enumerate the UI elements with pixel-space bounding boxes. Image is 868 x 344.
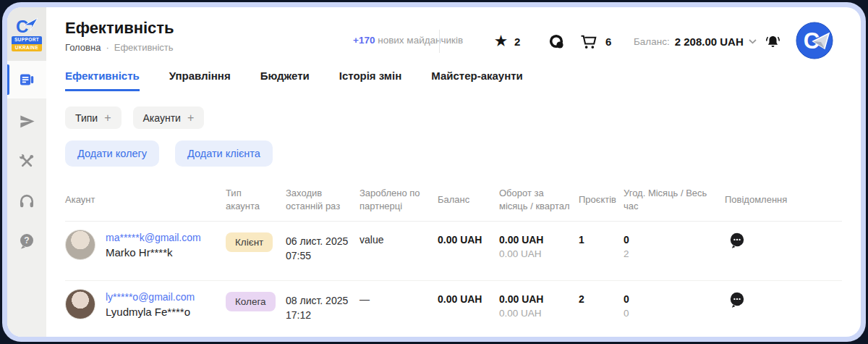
tab-management[interactable]: Управління [169,70,231,91]
deals-all-time: 2 [624,248,718,259]
deals-cell: 0 0 [624,281,725,319]
account-type-badge: Колега [226,292,276,311]
message-bubble-icon[interactable] [728,231,746,250]
help-bubble-icon: ? [18,232,35,250]
support-ukraine-badge: SUPPORT UKRAINE [12,36,42,51]
last-visit-time: 07:55 [286,248,352,263]
tools-icon [18,153,35,170]
favorites-stat[interactable]: ★ 2 [495,33,520,49]
notification-bell-icon [765,33,781,50]
account-name: Lyudmyla Fe****o [106,306,195,318]
plus-icon: + [187,112,194,125]
notifications-button[interactable] [764,33,781,50]
deals-cell: 0 2 [624,222,725,259]
add-colleague-button[interactable]: Додати колегу [65,140,159,167]
tab-budgets[interactable]: Бюджети [260,70,310,91]
projects-cell: 1 [579,222,624,246]
messages-cell [725,222,842,252]
plus-icon: + [104,112,111,125]
main-area: Ефективність Головна · Ефективність +170… [46,7,861,337]
breadcrumb-home[interactable]: Головна [65,42,101,53]
partner-earned-cell: — [359,281,438,305]
col-account-type: Тип акаунта [226,187,286,212]
filter-accounts[interactable]: Акаунти + [133,106,205,129]
action-bar: Додати колегу Додати клієнта [65,140,861,167]
balance-cell: 0.00 UAH [438,222,499,246]
filter-types[interactable]: Типи + [65,106,122,129]
col-account: Акаунт [65,193,226,206]
sidebar-logo[interactable]: C SUPPORT UKRAINE [7,7,46,61]
chat-icon [548,33,565,50]
add-client-button[interactable]: Додати клієнта [175,140,273,167]
col-turnover: Оборот за місяць / квартал [499,187,579,212]
filter-bar: Типи + Акаунти + [65,106,861,129]
svg-text:C: C [16,17,28,35]
cart-icon [580,33,598,50]
col-balance: Баланс [438,193,499,206]
topbar: Ефективність Головна · Ефективність +170… [46,7,861,65]
deals-month: 0 [624,234,718,246]
sidebar: C SUPPORT UKRAINE [7,7,46,337]
active-indicator [7,64,9,95]
last-visit-cell: 08 лист. 2025 17:12 [286,281,359,323]
sidebar-item-help[interactable]: ? [18,232,35,250]
tab-change-history[interactable]: Історія змін [339,70,401,91]
app-logo[interactable]: C [796,22,833,59]
svg-text:?: ? [24,235,29,246]
col-messages: Повідомлення [725,193,842,206]
sidebar-item-feed[interactable] [7,61,46,98]
ukraine-label: UKRAINE [12,44,42,51]
tab-efficiency[interactable]: Ефективність [65,70,140,91]
support-label: SUPPORT [12,36,42,43]
breadcrumb: Головна · Ефективність [65,42,174,53]
news-feed-icon [18,71,35,88]
turnover-cell: 0.00 UAH 0.00 UAH [499,281,579,319]
avatar[interactable] [65,230,95,260]
cart-stat[interactable]: 6 [580,33,611,50]
new-platforms-count: +170 [353,35,375,46]
col-deals: Угод. Місяць / Весь час [624,187,725,212]
table-header: Акаунт Тип акаунта Заходив останній раз … [65,187,842,222]
page-title: Ефективність [65,19,174,38]
new-platforms-label: нових майданчиків [378,35,463,46]
last-visit-date: 08 лист. 2025 [286,293,352,308]
table-row: ly*****o@gmail.com Lyudmyla Fe****o Коле… [65,281,842,337]
sidebar-item-tools[interactable] [18,153,35,170]
brand-logo-icon: C [14,17,39,35]
new-platforms-link[interactable]: +170 нових майданчиків [353,35,463,46]
table-row: ma*****k@gmail.com Marko Hr****k Клієнт … [65,222,842,281]
star-icon: ★ [495,33,507,49]
balance-value: 2 208.00 UAH [675,35,744,48]
send-icon [19,114,35,130]
last-visit-date: 06 лист. 2025 [286,234,352,248]
turnover-month: 0.00 UAH [499,234,571,246]
account-type-badge: Клієнт [226,232,273,252]
sidebar-item-send[interactable] [18,113,35,130]
app-card: C SUPPORT UKRAINE [7,7,861,337]
account-email[interactable]: ly*****o@gmail.com [106,291,195,303]
col-partner-earned: Зароблено по партнерці [359,187,438,212]
message-bubble-icon[interactable] [728,290,746,309]
tab-master-accounts[interactable]: Майстер-акаунти [431,70,523,91]
balance-label: Баланс: [634,36,670,47]
balance-dropdown[interactable]: Баланс: 2 208.00 UAH [634,35,757,48]
col-projects: Проєктів [579,193,624,206]
deals-all-time: 0 [624,308,718,319]
avatar[interactable] [65,289,95,319]
chat-stat[interactable] [548,33,565,50]
accounts-table: Акаунт Тип акаунта Заходив останній раз … [65,187,842,337]
breadcrumb-separator: · [106,42,109,53]
last-visit-cell: 06 лист. 2025 07:55 [286,222,359,264]
favorites-count: 2 [514,35,520,48]
app-logo-icon: C [796,22,833,59]
deals-month: 0 [624,293,718,305]
turnover-quarter: 0.00 UAH [499,308,571,319]
partner-earned-cell: value [359,222,438,246]
chevron-down-icon [749,39,757,44]
turnover-cell: 0.00 UAH 0.00 UAH [499,222,579,259]
window-frame: C SUPPORT UKRAINE [2,2,866,342]
account-email[interactable]: ma*****k@gmail.com [106,232,201,243]
turnover-month: 0.00 UAH [499,293,571,305]
sidebar-item-support[interactable] [18,193,35,210]
col-last-visit: Заходив останній раз [286,187,359,212]
